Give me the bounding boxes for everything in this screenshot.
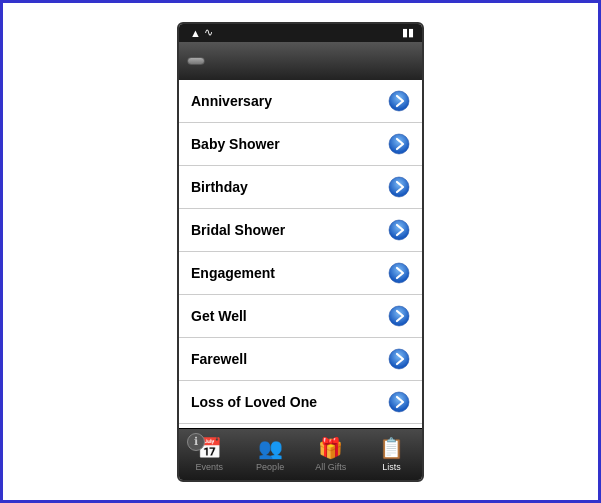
list-item[interactable]: Baby Shower <box>179 123 422 166</box>
phone-frame: ▲ ∿ ▮▮ Anniversary Baby Shower <box>0 0 601 503</box>
svg-point-0 <box>389 91 409 111</box>
info-button[interactable]: ℹ <box>187 433 205 451</box>
list-item-label: Farewell <box>191 351 247 367</box>
list-item-label: Engagement <box>191 265 275 281</box>
svg-point-1 <box>389 134 409 154</box>
battery-icon: ▮▮ <box>402 26 414 39</box>
tab-allgifts-label: All Gifts <box>315 462 346 472</box>
tab-allgifts[interactable]: 🎁All Gifts <box>301 436 362 472</box>
chevron-right-icon <box>388 90 410 112</box>
chevron-right-icon <box>388 133 410 155</box>
list-item[interactable]: Birthday <box>179 166 422 209</box>
tab-people[interactable]: 👥People <box>240 436 301 472</box>
list-item-label: Bridal Shower <box>191 222 285 238</box>
chevron-right-icon <box>388 176 410 198</box>
tab-bar: ℹ 📅Events👥People🎁All Gifts📋Lists <box>179 428 422 480</box>
list-item[interactable]: Farewell <box>179 338 422 381</box>
svg-point-7 <box>389 392 409 412</box>
list-item-label: Anniversary <box>191 93 272 109</box>
status-bar: ▲ ∿ ▮▮ <box>179 24 422 42</box>
svg-point-3 <box>389 220 409 240</box>
signal-icon: ▲ <box>190 27 201 39</box>
chevron-right-icon <box>388 305 410 327</box>
tab-lists-icon: 📋 <box>379 436 404 460</box>
tab-lists-label: Lists <box>382 462 401 472</box>
list-item-label: Birthday <box>191 179 248 195</box>
chevron-right-icon <box>388 391 410 413</box>
wifi-icon: ∿ <box>204 26 213 39</box>
list-content[interactable]: Anniversary Baby Shower Birthday Brida <box>179 80 422 428</box>
tab-allgifts-icon: 🎁 <box>318 436 343 460</box>
list-item[interactable]: Engagement <box>179 252 422 295</box>
list-item-label: Baby Shower <box>191 136 280 152</box>
chevron-right-icon <box>388 219 410 241</box>
tab-lists[interactable]: 📋Lists <box>361 436 422 472</box>
list-item-label: Get Well <box>191 308 247 324</box>
chevron-right-icon <box>388 348 410 370</box>
svg-point-4 <box>389 263 409 283</box>
list-item[interactable]: Loss of Loved One <box>179 381 422 424</box>
tab-people-icon: 👥 <box>258 436 283 460</box>
tab-events-label: Events <box>196 462 224 472</box>
svg-point-5 <box>389 306 409 326</box>
status-right: ▮▮ <box>402 26 414 39</box>
list-item[interactable]: Get Well <box>179 295 422 338</box>
svg-point-2 <box>389 177 409 197</box>
svg-point-6 <box>389 349 409 369</box>
nav-bar <box>179 42 422 80</box>
list-item-label: Loss of Loved One <box>191 394 317 410</box>
list-item[interactable]: Bridal Shower <box>179 209 422 252</box>
tab-people-label: People <box>256 462 284 472</box>
chevron-right-icon <box>388 262 410 284</box>
status-left: ▲ ∿ <box>187 26 213 39</box>
list-item[interactable]: Anniversary <box>179 80 422 123</box>
phone-screen: ▲ ∿ ▮▮ Anniversary Baby Shower <box>177 22 424 482</box>
back-button[interactable] <box>187 57 205 65</box>
